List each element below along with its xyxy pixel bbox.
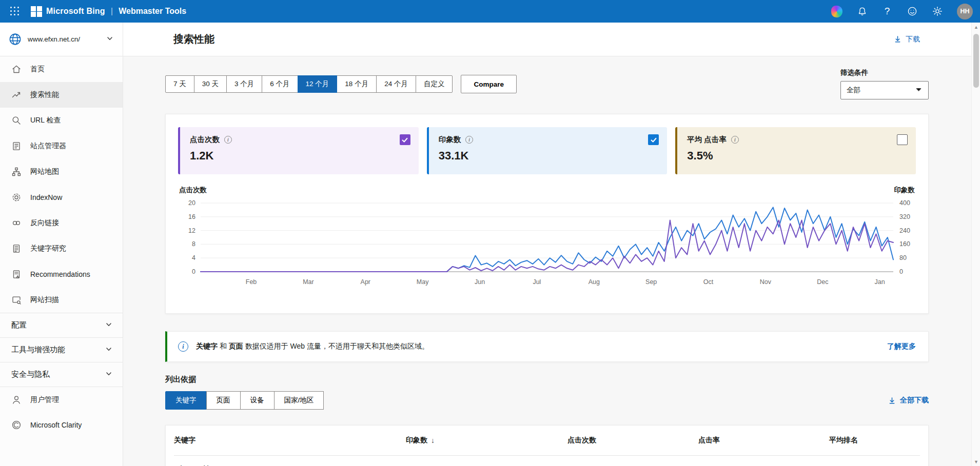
app-launcher-icon[interactable] xyxy=(7,4,23,19)
range-3m[interactable]: 3 个月 xyxy=(226,75,262,93)
range-7d[interactable]: 7 天 xyxy=(165,75,194,93)
user-avatar[interactable]: HH xyxy=(957,4,973,19)
info-banner: i 关键字 和 页面 数据仅适用于 Web 流量，不适用于聊天和其他类似区域。 … xyxy=(165,331,929,362)
sidebar-item-indexnow[interactable]: IndexNow xyxy=(0,185,123,210)
avg-ctr-checkbox[interactable] xyxy=(897,134,908,145)
info-icon[interactable]: i xyxy=(224,136,232,144)
list-by-controls: 关键字 页面 设备 国家/地区 全部下载 xyxy=(165,391,929,410)
col-clicks[interactable]: 点击次数 xyxy=(567,436,698,445)
svg-text:0: 0 xyxy=(899,268,903,275)
download-icon xyxy=(894,35,901,43)
svg-text:Oct: Oct xyxy=(703,278,714,286)
avg-ctr-value: 3.5% xyxy=(687,149,907,163)
scroll-down-arrow[interactable]: ▼ xyxy=(972,457,980,466)
chevron-down-icon xyxy=(106,35,113,44)
download-all-button[interactable]: 全部下载 xyxy=(888,396,929,405)
sidebar-item-microsoft-clarity[interactable]: Microsoft Clarity xyxy=(0,412,123,438)
site-explorer-icon xyxy=(11,141,22,151)
range-12m[interactable]: 12 个月 xyxy=(298,75,338,93)
sidebar-item-site-scan[interactable]: 网站扫描 xyxy=(0,287,123,313)
notifications-bell-icon[interactable] xyxy=(856,6,868,17)
sidebar-item-url-inspection[interactable]: URL 检查 xyxy=(0,108,123,133)
filter-dropdown[interactable]: 全部 xyxy=(840,81,929,99)
svg-text:Jun: Jun xyxy=(475,278,485,286)
sidebar-item-backlinks[interactable]: 反向链接 xyxy=(0,210,123,236)
svg-text:Nov: Nov xyxy=(760,278,772,286)
site-selector[interactable]: www.efxn.net.cn/ xyxy=(0,23,123,56)
sort-desc-icon: ↓ xyxy=(431,436,435,444)
settings-gear-icon[interactable] xyxy=(932,6,943,17)
sidebar-item-sitemaps[interactable]: 网站地图 xyxy=(0,159,123,185)
clicks-checkbox[interactable] xyxy=(400,134,410,145)
tab-countries[interactable]: 国家/地区 xyxy=(274,391,324,410)
left-axis-title: 点击次数 xyxy=(179,186,207,195)
chevron-down-icon xyxy=(915,86,923,95)
page-header: 搜索性能 下载 xyxy=(123,23,971,56)
product-name: Microsoft Bing xyxy=(46,7,105,16)
svg-text:8: 8 xyxy=(192,240,195,248)
col-keyword[interactable]: 关键字 xyxy=(174,436,406,445)
scrollbar-thumb[interactable] xyxy=(973,34,979,88)
sidebar-section-tools[interactable]: 工具与增强功能 xyxy=(0,337,123,362)
sidebar-item-keyword-research[interactable]: 关键字研究 xyxy=(0,236,123,261)
user-icon xyxy=(11,395,22,405)
tab-pages[interactable]: 页面 xyxy=(206,391,241,410)
copilot-icon[interactable] xyxy=(831,6,842,17)
impressions-checkbox[interactable] xyxy=(648,134,659,145)
table-row: advanced ip scanner 9.0K 91 1.01% 6.77 xyxy=(174,456,920,466)
svg-text:20: 20 xyxy=(188,199,195,207)
col-ctr[interactable]: 点击率 xyxy=(698,436,829,445)
chevron-down-icon xyxy=(105,321,112,330)
right-axis-title: 印象数 xyxy=(894,186,915,195)
info-icon[interactable]: i xyxy=(731,136,739,144)
range-30d[interactable]: 30 天 xyxy=(194,75,227,93)
range-24m[interactable]: 24 个月 xyxy=(376,75,416,93)
metric-card-clicks: 点击次数 i 1.2K xyxy=(178,127,419,174)
sidebar-section-configuration[interactable]: 配置 xyxy=(0,313,123,337)
svg-text:Dec: Dec xyxy=(817,278,828,286)
svg-text:Feb: Feb xyxy=(246,278,257,286)
list-by-label: 列出依据 xyxy=(165,375,929,384)
svg-text:Jan: Jan xyxy=(875,278,885,286)
svg-text:0: 0 xyxy=(192,268,195,275)
sidebar-section-security[interactable]: 安全与隐私 xyxy=(0,362,123,387)
page-title: 搜索性能 xyxy=(173,32,214,46)
svg-text:May: May xyxy=(417,278,429,286)
learn-more-link[interactable]: 了解更多 xyxy=(887,342,916,351)
sidebar-item-recommendations[interactable]: Recommendations xyxy=(0,261,123,287)
range-custom[interactable]: 自定义 xyxy=(416,75,453,93)
sidebar-item-home[interactable]: 首页 xyxy=(0,56,123,82)
col-impressions[interactable]: 印象数↓ xyxy=(406,436,567,445)
svg-text:80: 80 xyxy=(899,254,907,261)
svg-text:Mar: Mar xyxy=(303,278,314,286)
sidebar-item-user-management[interactable]: 用户管理 xyxy=(0,387,123,412)
clarity-icon xyxy=(11,420,22,430)
microsoft-logo[interactable] xyxy=(31,6,42,17)
download-button[interactable]: 下载 xyxy=(894,35,920,44)
feedback-smiley-icon[interactable] xyxy=(907,6,918,17)
svg-text:240: 240 xyxy=(899,227,910,234)
svg-text:Apr: Apr xyxy=(361,278,370,286)
svg-text:4: 4 xyxy=(192,254,195,261)
tab-devices[interactable]: 设备 xyxy=(240,391,275,410)
svg-text:Jul: Jul xyxy=(533,278,541,286)
range-18m[interactable]: 18 个月 xyxy=(337,75,377,93)
info-icon[interactable]: i xyxy=(465,136,473,144)
scroll-up-arrow[interactable]: ▲ xyxy=(972,23,980,31)
svg-text:12: 12 xyxy=(188,227,195,234)
site-url: www.efxn.net.cn/ xyxy=(28,35,80,43)
download-icon xyxy=(888,397,896,404)
site-scan-icon xyxy=(11,295,22,305)
clicks-value: 1.2K xyxy=(190,149,409,163)
range-6m[interactable]: 6 个月 xyxy=(262,75,298,93)
tab-keywords[interactable]: 关键字 xyxy=(165,391,207,410)
date-range-controls: 7 天 30 天 3 个月 6 个月 12 个月 18 个月 24 个月 自定义… xyxy=(165,75,929,99)
col-avg-position[interactable]: 平均排名 xyxy=(829,436,920,445)
sidebar-item-site-explorer[interactable]: 站点管理器 xyxy=(0,133,123,159)
compare-button[interactable]: Compare xyxy=(461,75,517,93)
chevron-down-icon xyxy=(105,370,112,379)
sidebar-item-search-performance[interactable]: 搜索性能 xyxy=(0,82,123,108)
keyword-research-icon xyxy=(11,244,22,254)
help-icon[interactable]: ? xyxy=(881,6,893,17)
chevron-down-icon xyxy=(105,346,112,354)
